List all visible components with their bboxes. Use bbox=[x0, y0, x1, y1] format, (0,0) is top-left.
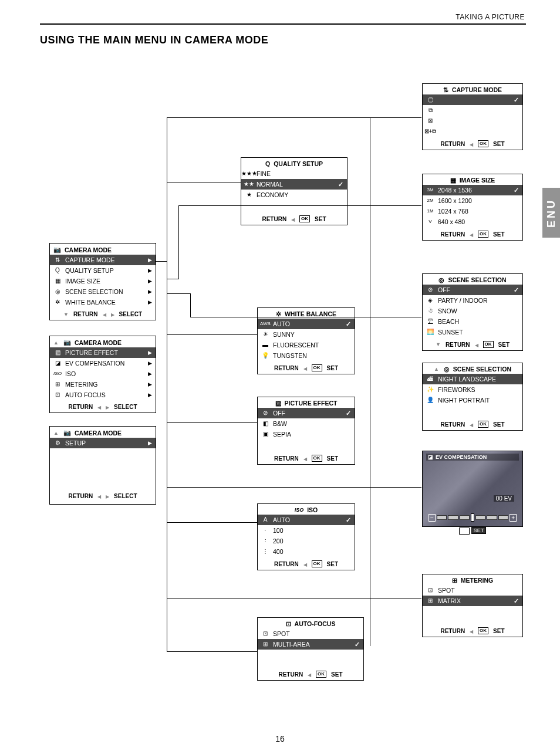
option-matrix[interactable]: ⊞ MATRIX bbox=[423, 596, 522, 606]
return-label: RETURN bbox=[440, 231, 465, 238]
set-label: SET bbox=[331, 671, 342, 678]
ev-seg bbox=[437, 515, 447, 520]
menu-item-quality[interactable]: Q QUALITY SETUP ▶ bbox=[50, 265, 156, 276]
menu-item-capture-mode[interactable]: ⇅ CAPTURE MODE ▶ bbox=[50, 255, 156, 265]
iso-icon: ISO bbox=[53, 370, 62, 378]
option-iso-400[interactable]: ⋮ 400 bbox=[258, 546, 355, 557]
option-multi-area[interactable]: ⊞ MULTI-AREA bbox=[258, 639, 363, 650]
menu-item-picture-effect[interactable]: ▨ PICTURE EFFECT ▶ bbox=[50, 347, 156, 358]
option-iso-100[interactable]: ∙ 100 bbox=[258, 525, 355, 536]
setup-icon: ⚙ bbox=[53, 439, 62, 447]
option-scene-beach[interactable]: ⛱ BEACH bbox=[423, 316, 522, 327]
return-label: RETURN bbox=[68, 404, 93, 410]
panel-title-text: CAMERA MODE bbox=[65, 246, 112, 253]
capture-opt-single[interactable]: ▢ bbox=[423, 94, 522, 105]
side-tab: ENU bbox=[542, 188, 560, 238]
option-night-portrait[interactable]: 👤 NIGHT PORTRAIT bbox=[423, 395, 522, 405]
ok-badge: OK bbox=[316, 671, 326, 678]
ev-seg bbox=[487, 515, 497, 520]
panel-ev-compensation: ◪ EV COMPENSATION 00 EV − + OK SET bbox=[422, 451, 523, 527]
panel-quality-setup: Q QUALITY SETUP ★★★ FINE ★★ NORMAL ★ ECO… bbox=[241, 157, 348, 225]
tri-left-icon bbox=[103, 311, 106, 317]
option-bw[interactable]: ◧ B&W bbox=[258, 418, 355, 429]
option-night-ls[interactable]: 🏙 NIGHT LANDSCAPE bbox=[423, 374, 522, 384]
menu-label: EV COMPENSATION bbox=[65, 359, 144, 368]
option-label: 640 x 480 bbox=[438, 217, 519, 226]
chevron-right-icon: ▶ bbox=[148, 390, 152, 400]
option-1024[interactable]: 1M 1024 x 768 bbox=[423, 206, 522, 217]
option-1600[interactable]: 2M 1600 x 1200 bbox=[423, 195, 522, 206]
option-640[interactable]: V 640 x 480 bbox=[423, 217, 522, 227]
option-label: FIREWORKS bbox=[438, 385, 519, 394]
option-off[interactable]: ⊘ OFF bbox=[258, 408, 355, 418]
ok-badge: OK bbox=[312, 560, 322, 567]
tri-left-icon bbox=[97, 404, 101, 410]
option-scene-snow[interactable]: ☃ SNOW bbox=[423, 306, 522, 316]
option-label: SEPIA bbox=[273, 430, 351, 439]
option-scene-sunset[interactable]: 🌅 SUNSET bbox=[423, 327, 522, 337]
option-tungsten[interactable]: 💡 TUNGSTEN bbox=[258, 350, 355, 361]
menu-item-image-size[interactable]: ▦ IMAGE SIZE ▶ bbox=[50, 276, 156, 286]
panel-metering: ⊞ METERING ⊡ SPOT ⊞ MATRIX RETURN OK SET bbox=[422, 574, 523, 637]
option-iso-auto[interactable]: A AUTO bbox=[258, 515, 355, 525]
menu-item-af[interactable]: ⊡ AUTO FOCUS ▶ bbox=[50, 390, 156, 400]
panel-title-text: AUTO-FOCUS bbox=[295, 620, 336, 627]
menu-label: CAPTURE MODE bbox=[65, 255, 144, 265]
spot-icon: ⊡ bbox=[261, 630, 269, 638]
option-label: NIGHT PORTRAIT bbox=[438, 395, 519, 405]
menu-item-iso[interactable]: ISO ISO ▶ bbox=[50, 368, 156, 379]
menu-item-setup[interactable]: ⚙ SETUP ▶ bbox=[50, 438, 156, 448]
menu-item-ev[interactable]: ◪ EV COMPENSATION ▶ bbox=[50, 358, 156, 368]
return-label: RETURN bbox=[274, 455, 299, 462]
option-label: 400 bbox=[273, 547, 351, 556]
wire bbox=[167, 334, 257, 335]
panel-camera-mode-2: 📷 CAMERA MODE ▨ PICTURE EFFECT ▶ ◪ EV CO… bbox=[49, 336, 156, 413]
capture-icon: ⇅ bbox=[443, 86, 448, 93]
option-spot-af[interactable]: ⊡ SPOT bbox=[258, 628, 363, 639]
tri-right-icon bbox=[111, 311, 114, 317]
option-scene-party[interactable]: ◈ PARTY / INDOOR bbox=[423, 295, 522, 306]
option-fine[interactable]: ★★★ FINE bbox=[241, 168, 347, 179]
panel-white-balance: ✲ WHITE BALANCE AWB AUTO ☀ SUNNY ▬ FLUOR… bbox=[257, 307, 355, 374]
meter-icon: ⊞ bbox=[53, 380, 62, 388]
option-label: OFF bbox=[273, 408, 342, 418]
menu-item-metering[interactable]: ⊞ METERING ▶ bbox=[50, 379, 156, 390]
option-fireworks[interactable]: ✨ FIREWORKS bbox=[423, 384, 522, 395]
option-sepia[interactable]: ▣ SEPIA bbox=[258, 429, 355, 439]
panel-footer: RETURN OK SET bbox=[423, 417, 522, 430]
panel-footer: RETURN OK SET bbox=[258, 557, 355, 570]
capture-opt-timer[interactable]: ⊠ bbox=[423, 116, 522, 126]
capture-opt-continuous[interactable]: ⧉ bbox=[423, 105, 522, 116]
menu-item-wb[interactable]: ✲ WHITE BALANCE ▶ bbox=[50, 297, 156, 307]
return-label: RETURN bbox=[274, 365, 299, 371]
menu-item-scene[interactable]: ◎ SCENE SELECTION ▶ bbox=[50, 286, 156, 297]
chevron-right-icon: ▶ bbox=[148, 438, 152, 448]
panel-footer: ▼ RETURN OK SET bbox=[423, 337, 522, 350]
panel-footer: RETURN SELECT bbox=[50, 400, 156, 412]
option-iso-200[interactable]: ∶ 200 bbox=[258, 536, 355, 546]
ev-scale[interactable]: − + bbox=[429, 512, 517, 523]
set-label: SET bbox=[327, 455, 338, 462]
chevron-right-icon: ▶ bbox=[148, 380, 152, 389]
option-2048[interactable]: 3M 2048 x 1536 bbox=[423, 185, 522, 195]
iso-400-icon: ⋮ bbox=[261, 547, 269, 556]
capture-opt-timer-cont[interactable]: ⊠+⧉ bbox=[423, 126, 522, 137]
ok-badge: OK bbox=[299, 215, 310, 222]
ev-seg bbox=[460, 515, 470, 520]
option-auto-wb[interactable]: AWB AUTO bbox=[258, 319, 355, 329]
option-label: FLUORESCENT bbox=[273, 340, 351, 350]
panel-title-text: CAPTURE MODE bbox=[452, 86, 502, 93]
wire bbox=[190, 293, 191, 317]
option-normal[interactable]: ★★ NORMAL bbox=[241, 179, 347, 190]
option-fluorescent[interactable]: ▬ FLUORESCENT bbox=[258, 340, 355, 350]
option-sunny[interactable]: ☀ SUNNY bbox=[258, 329, 355, 340]
beach-icon: ⛱ bbox=[426, 317, 434, 326]
option-scene-off[interactable]: ⊘ OFF bbox=[423, 285, 522, 295]
bw-icon: ◧ bbox=[261, 420, 269, 428]
effect-icon: ▨ bbox=[275, 400, 281, 407]
set-badge: SET bbox=[471, 527, 487, 534]
option-spot-meter[interactable]: ⊡ SPOT bbox=[423, 585, 522, 596]
option-economy[interactable]: ★ ECONOMY bbox=[241, 190, 347, 200]
panel-footer: RETURN OK SET bbox=[241, 212, 347, 225]
panel-header: 📷 CAMERA MODE bbox=[50, 427, 156, 438]
